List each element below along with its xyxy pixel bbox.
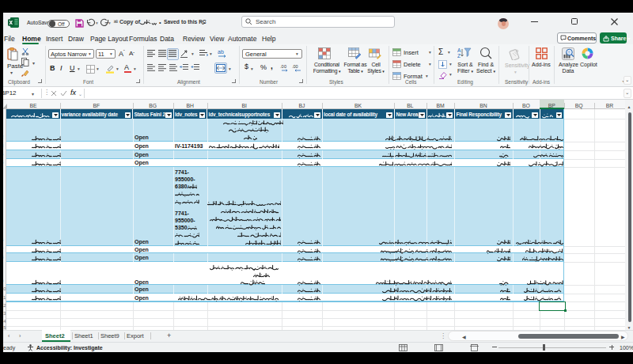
svg-text:.0: .0: [280, 64, 284, 69]
svg-text:A: A: [457, 47, 461, 53]
svg-text:.00: .00: [292, 64, 298, 69]
svg-text:0: 0: [284, 64, 286, 69]
svg-text:↑: ↑: [568, 50, 570, 55]
svg-text:ab: ab: [218, 49, 224, 55]
svg-text:Z: Z: [457, 53, 461, 59]
